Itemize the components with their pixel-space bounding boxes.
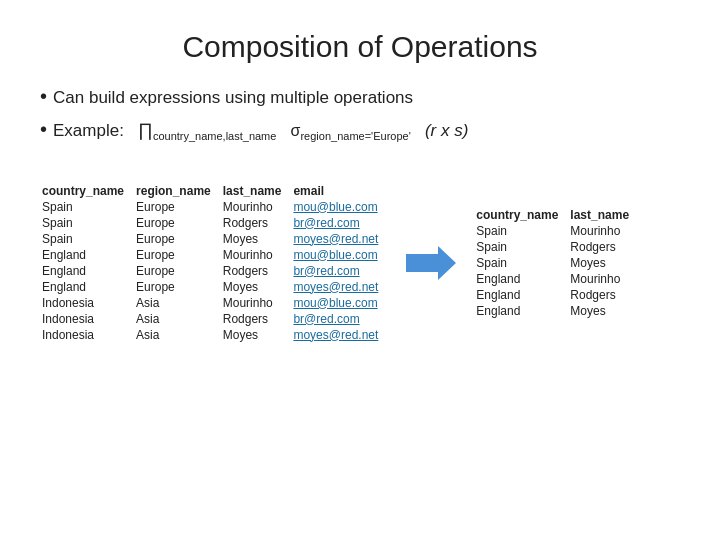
table-cell: Asia: [134, 311, 221, 327]
table-row: SpainMourinho: [474, 223, 639, 239]
table-cell: Spain: [474, 223, 568, 239]
right-table-body: SpainMourinhoSpainRodgersSpainMoyesEngla…: [474, 223, 639, 319]
pi-symbol: ∏: [138, 120, 153, 140]
tables-section: country_name region_name last_name email…: [40, 183, 680, 343]
sigma-symbol: σ: [291, 122, 301, 139]
table-cell: Rodgers: [221, 215, 292, 231]
table-row: SpainEuropeMourinhomou@blue.com: [40, 199, 388, 215]
table-cell: Rodgers: [568, 287, 639, 303]
table-cell: Moyes: [221, 279, 292, 295]
table-cell: Spain: [474, 239, 568, 255]
table-cell: Europe: [134, 199, 221, 215]
table-cell: br@red.com: [291, 311, 388, 327]
table-row: IndonesiaAsiaMourinhomou@blue.com: [40, 295, 388, 311]
bullet-item-1: • Can build expressions using multiple o…: [40, 86, 680, 110]
table-cell: Mourinho: [221, 247, 292, 263]
table-row: EnglandMoyes: [474, 303, 639, 319]
left-col-region: region_name: [134, 183, 221, 199]
slide-title: Composition of Operations: [40, 30, 680, 64]
table-cell: Asia: [134, 295, 221, 311]
table-row: EnglandMourinho: [474, 271, 639, 287]
table-row: EnglandRodgers: [474, 287, 639, 303]
table-cell: moyes@red.net: [291, 231, 388, 247]
svg-marker-0: [406, 246, 456, 280]
table-cell: mou@blue.com: [291, 199, 388, 215]
bullet-text-2: Example: ∏country_name,last_name σregion…: [53, 118, 468, 145]
right-col-last: last_name: [568, 207, 639, 223]
right-arrow-icon: [406, 246, 456, 280]
table-cell: Rodgers: [221, 311, 292, 327]
pi-subscript: country_name,last_name: [153, 130, 277, 142]
left-col-email: email: [291, 183, 388, 199]
table-row: IndonesiaAsiaMoyesmoyes@red.net: [40, 327, 388, 343]
table-cell: Indonesia: [40, 327, 134, 343]
left-table-body: SpainEuropeMourinhomou@blue.comSpainEuro…: [40, 199, 388, 343]
table-cell: Mourinho: [568, 271, 639, 287]
table-cell: br@red.com: [291, 263, 388, 279]
bullet-text-1: Can build expressions using multiple ope…: [53, 86, 413, 110]
table-cell: mou@blue.com: [291, 295, 388, 311]
table-cell: Europe: [134, 231, 221, 247]
table-row: EnglandEuropeMourinhomou@blue.com: [40, 247, 388, 263]
table-cell: England: [474, 303, 568, 319]
table-cell: England: [474, 287, 568, 303]
table-cell: Moyes: [221, 327, 292, 343]
table-cell: Spain: [40, 215, 134, 231]
table-cell: Spain: [40, 231, 134, 247]
table-cell: Rodgers: [568, 239, 639, 255]
left-table: country_name region_name last_name email…: [40, 183, 388, 343]
table-cell: br@red.com: [291, 215, 388, 231]
formula-text: (r x s): [425, 121, 468, 140]
table-cell: Rodgers: [221, 263, 292, 279]
right-table: country_name last_name SpainMourinhoSpai…: [474, 207, 639, 319]
table-cell: England: [40, 279, 134, 295]
example-label: Example:: [53, 121, 124, 140]
left-col-last: last_name: [221, 183, 292, 199]
table-row: SpainMoyes: [474, 255, 639, 271]
table-cell: Spain: [40, 199, 134, 215]
table-cell: Indonesia: [40, 295, 134, 311]
table-cell: Indonesia: [40, 311, 134, 327]
table-row: SpainEuropeRodgersbr@red.com: [40, 215, 388, 231]
table-cell: Mourinho: [568, 223, 639, 239]
table-row: IndonesiaAsiaRodgersbr@red.com: [40, 311, 388, 327]
bullet-dot-1: •: [40, 86, 47, 106]
table-cell: moyes@red.net: [291, 327, 388, 343]
right-table-header-row: country_name last_name: [474, 207, 639, 223]
table-row: EnglandEuropeRodgersbr@red.com: [40, 263, 388, 279]
table-cell: Mourinho: [221, 295, 292, 311]
table-cell: Europe: [134, 215, 221, 231]
slide: Composition of Operations • Can build ex…: [0, 0, 720, 540]
bullet-dot-2: •: [40, 119, 47, 139]
table-cell: Moyes: [221, 231, 292, 247]
table-cell: Moyes: [568, 303, 639, 319]
table-cell: Moyes: [568, 255, 639, 271]
table-cell: Mourinho: [221, 199, 292, 215]
table-cell: moyes@red.net: [291, 279, 388, 295]
table-cell: Europe: [134, 263, 221, 279]
arrow-container: [398, 246, 464, 280]
table-cell: Europe: [134, 279, 221, 295]
table-cell: mou@blue.com: [291, 247, 388, 263]
table-cell: England: [40, 247, 134, 263]
table-row: SpainEuropeMoyesmoyes@red.net: [40, 231, 388, 247]
table-cell: Spain: [474, 255, 568, 271]
left-col-country: country_name: [40, 183, 134, 199]
table-row: EnglandEuropeMoyesmoyes@red.net: [40, 279, 388, 295]
table-cell: Asia: [134, 327, 221, 343]
sigma-subscript: region_name='Europe': [300, 130, 410, 142]
table-cell: Europe: [134, 247, 221, 263]
bullet-list: • Can build expressions using multiple o…: [40, 86, 680, 153]
table-row: SpainRodgers: [474, 239, 639, 255]
bullet-item-2: • Example: ∏country_name,last_name σregi…: [40, 118, 680, 145]
table-cell: England: [40, 263, 134, 279]
right-col-country: country_name: [474, 207, 568, 223]
left-table-header-row: country_name region_name last_name email: [40, 183, 388, 199]
table-cell: England: [474, 271, 568, 287]
